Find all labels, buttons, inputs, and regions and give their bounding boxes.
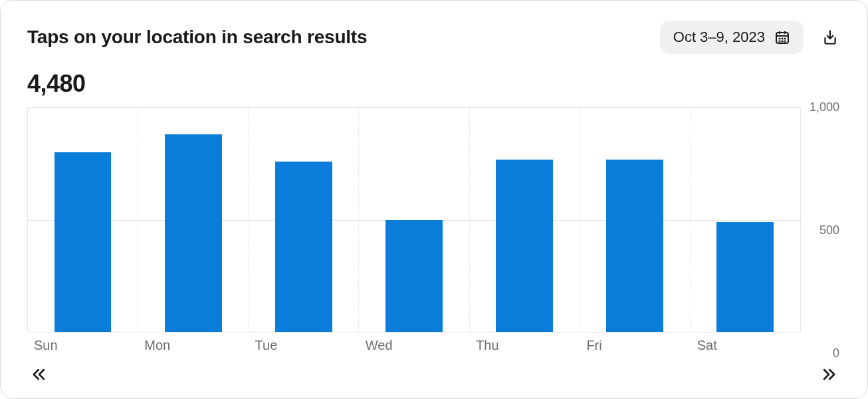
chart-bar <box>606 160 663 332</box>
chart-column <box>580 108 691 332</box>
svg-point-5 <box>782 38 782 39</box>
chart-column <box>359 108 469 332</box>
chevron-double-left-icon <box>30 365 49 384</box>
chart-column <box>28 108 138 332</box>
y-tick-label: 1,000 <box>800 100 841 114</box>
x-axis-label: Tue <box>249 338 359 353</box>
prev-period-button[interactable] <box>29 364 50 385</box>
analytics-card: Taps on your location in search results … <box>0 0 868 399</box>
chart-bar <box>165 134 222 332</box>
chart-plot-area <box>27 107 801 332</box>
chart-column <box>138 108 249 332</box>
chevron-double-right-icon <box>819 365 838 384</box>
chart-column <box>249 108 359 332</box>
x-axis-label: Fri <box>580 338 690 353</box>
date-range-picker[interactable]: Oct 3–9, 2023 <box>660 21 804 54</box>
chart-column <box>691 108 801 332</box>
chart-bar <box>716 222 774 332</box>
svg-point-4 <box>779 38 780 39</box>
y-tick-label: 0 <box>800 346 841 360</box>
x-axis-labels: SunMonTueWedThuFriSat <box>27 338 801 353</box>
total-value: 4,480 <box>27 70 841 98</box>
card-title: Taps on your location in search results <box>27 27 367 48</box>
x-axis-label: Sat <box>691 338 801 353</box>
chart-bar <box>275 162 332 332</box>
y-axis: 1,000 500 0 <box>801 107 841 353</box>
card-header: Taps on your location in search results … <box>27 21 841 54</box>
date-range-label: Oct 3–9, 2023 <box>673 29 765 46</box>
chart: SunMonTueWedThuFriSat 1,000 500 0 <box>27 107 841 353</box>
download-icon <box>821 29 839 46</box>
y-tick-label: 500 <box>800 223 841 237</box>
svg-point-7 <box>779 41 780 41</box>
x-axis-label: Thu <box>469 338 580 353</box>
header-actions: Oct 3–9, 2023 <box>660 21 841 54</box>
svg-point-6 <box>784 38 785 39</box>
svg-point-9 <box>784 41 785 41</box>
chart-columns <box>28 108 801 332</box>
next-period-button[interactable] <box>818 364 839 385</box>
download-button[interactable] <box>819 27 841 48</box>
chart-plot: SunMonTueWedThuFriSat <box>27 107 801 353</box>
chart-nav <box>27 364 841 385</box>
chart-bar <box>54 152 112 332</box>
calendar-icon <box>774 29 790 45</box>
svg-point-8 <box>782 41 782 41</box>
x-axis-label: Wed <box>359 338 469 353</box>
chart-bar <box>385 220 443 332</box>
x-axis-label: Mon <box>138 338 248 353</box>
x-axis-label: Sun <box>27 338 138 353</box>
chart-bar <box>496 160 553 332</box>
chart-column <box>470 108 580 332</box>
